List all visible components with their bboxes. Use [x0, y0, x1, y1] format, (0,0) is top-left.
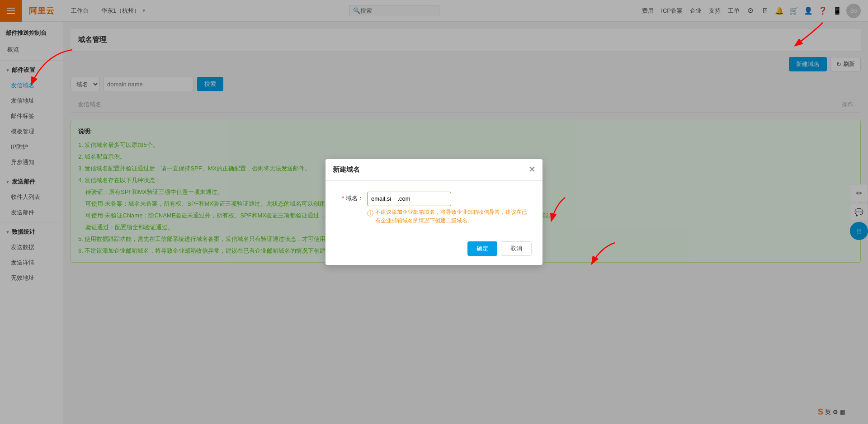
- modal-box: 新建域名 ✕ * 域名： ⓘ 不建议添加企业邮箱域名，将导致企业邮箱收信异常，建…: [326, 159, 542, 265]
- modal-footer: 确定 取消: [326, 236, 542, 265]
- modal-domain-input[interactable]: [367, 192, 451, 206]
- modal-header: 新建域名 ✕: [326, 159, 542, 181]
- arrow-modal-input: [529, 195, 583, 231]
- modal-body: * 域名： ⓘ 不建议添加企业邮箱域名，将导致企业邮箱收信异常，建议在已有企业邮…: [326, 181, 542, 236]
- warning-icon: ⓘ: [367, 208, 373, 218]
- modal-cancel-button[interactable]: 取消: [501, 241, 532, 256]
- modal-warning: ⓘ 不建议添加企业邮箱域名，将导致企业邮箱收信异常，建议在已有企业邮箱域名的情况…: [367, 208, 532, 225]
- arrow-modal-confirm: [579, 240, 633, 268]
- modal-domain-label: * 域名：: [336, 192, 363, 203]
- modal-title: 新建域名: [333, 165, 360, 174]
- modal-close-button[interactable]: ✕: [528, 165, 535, 174]
- modal-domain-row: * 域名： ⓘ 不建议添加企业邮箱域名，将导致企业邮箱收信异常，建议在已有企业邮…: [336, 192, 532, 225]
- modal-confirm-button[interactable]: 确定: [467, 241, 497, 256]
- modal-input-area: ⓘ 不建议添加企业邮箱域名，将导致企业邮箱收信异常，建议在已有企业邮箱域名的情况…: [367, 192, 532, 225]
- modal-overlay: 新建域名 ✕ * 域名： ⓘ 不建议添加企业邮箱域名，将导致企业邮箱收信异常，建…: [0, 0, 868, 424]
